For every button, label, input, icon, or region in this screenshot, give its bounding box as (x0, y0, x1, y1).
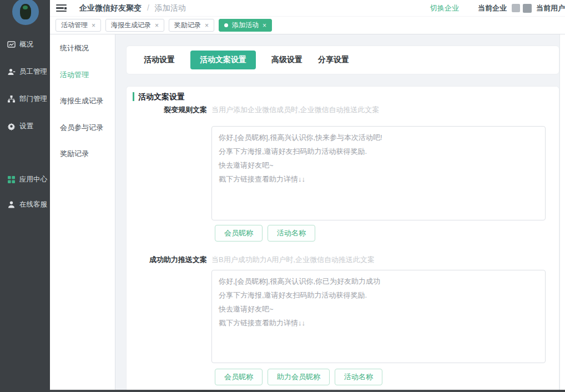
current-company-label: 当前企业 (478, 3, 507, 13)
gear-icon (7, 122, 16, 130)
company-logo-redacted (512, 4, 520, 12)
field-label-assist-success: 成功助力推送文案 (127, 255, 207, 265)
app-logo-avatar[interactable] (12, 0, 39, 25)
submenu-item-poster-records[interactable]: 海报生成记录 (60, 96, 103, 106)
sidebar-item-label: 员工管理 (19, 67, 47, 77)
cropped-window-edge (50, 390, 565, 392)
top-header: 企业微信好友聚变 / 添加活动 切换企业 当前企业 当前用户 (50, 0, 565, 17)
field-hint-fission-rule: 当用户添加企业微信成员时,企业微信自动推送此文案 (211, 105, 380, 115)
close-icon[interactable]: × (205, 22, 209, 29)
insert-variable-row-2: 会员昵称 助力会员昵称 活动名称 (215, 369, 387, 385)
breadcrumb-separator: / (147, 3, 149, 12)
page-tag-label: 活动管理 (61, 21, 88, 30)
user-avatar-redacted (523, 4, 532, 13)
close-icon[interactable]: × (92, 22, 95, 29)
apps-icon (7, 175, 16, 184)
breadcrumb: 企业微信好友聚变 / 添加活动 (79, 3, 186, 13)
submenu-item-statistics[interactable]: 统计概况 (60, 43, 89, 53)
insert-member-nickname-button[interactable]: 会员昵称 (215, 369, 263, 385)
sidebar-item-settings[interactable]: 设置 (0, 120, 50, 132)
page-tag-reward-records[interactable]: 奖励记录 × (169, 19, 214, 32)
sidebar-item-app-center[interactable]: 应用中心 (0, 174, 50, 185)
switch-company-link[interactable]: 切换企业 (430, 3, 459, 13)
copywriting-form-card: 活动文案设置 裂变规则文案 当用户添加企业微信成员时,企业微信自动推送此文案 你… (126, 86, 559, 392)
sidebar-item-overview[interactable]: 概况 (0, 39, 50, 50)
department-icon (7, 95, 16, 103)
section-accent-bar (133, 92, 134, 101)
submenu-item-activity-management[interactable]: 活动管理 (60, 70, 89, 80)
field-label-fission-rule: 裂变规则文案 (127, 105, 207, 115)
field-hint-assist-success: 当B用户成功助力A用户时,企业微信自动推送此文案 (211, 255, 375, 265)
insert-variable-row-1: 会员昵称 活动名称 (215, 225, 320, 242)
sidebar-item-online-support[interactable]: 在线客服 (0, 199, 50, 210)
insert-activity-name-button[interactable]: 活动名称 (335, 369, 382, 385)
app-window: 概况 员工管理 部门管理 设置 应用中心 (0, 0, 565, 392)
insert-activity-name-button[interactable]: 活动名称 (268, 225, 315, 242)
sidebar-item-label: 应用中心 (19, 175, 47, 184)
insert-member-nickname-button[interactable]: 会员昵称 (215, 225, 263, 242)
page-tag-add-activity[interactable]: 添加活动 × (219, 19, 272, 32)
sidebar-item-label: 概况 (19, 40, 33, 49)
main-content: 活动设置 活动文案设置 高级设置 分享设置 活动文案设置 裂变规则文案 当用户添… (115, 34, 565, 392)
tab-activity-settings[interactable]: 活动设置 (144, 55, 175, 65)
section-title: 活动文案设置 (138, 92, 185, 102)
employee-icon (7, 68, 16, 76)
close-icon[interactable]: × (155, 22, 159, 29)
breadcrumb-current: 添加活动 (155, 3, 186, 12)
breadcrumb-root[interactable]: 企业微信好友聚变 (79, 3, 142, 12)
dashboard-icon (7, 41, 16, 49)
collapse-menu-icon[interactable] (56, 4, 67, 12)
settings-tabs-card: 活动设置 活动文案设置 高级设置 分享设置 (126, 46, 559, 74)
sidebar-item-departments[interactable]: 部门管理 (0, 93, 50, 104)
active-tab-dot (224, 23, 228, 27)
page-tag-label: 奖励记录 (174, 21, 201, 30)
support-icon (7, 200, 16, 209)
header-actions: 切换企业 当前企业 当前用户 (430, 3, 565, 13)
page-tag-label: 添加活动 (232, 21, 259, 30)
sidebar-item-label: 部门管理 (19, 94, 47, 104)
close-icon[interactable]: × (263, 22, 266, 29)
assist-success-textarea[interactable]: 你好,[会员昵称],很高兴认识你,你已为好友助力成功 分享下方海报,邀请好友扫码… (211, 270, 546, 363)
insert-assist-member-nickname-button[interactable]: 助力会员昵称 (268, 369, 330, 385)
scrollbar-track[interactable] (559, 34, 565, 392)
page-tag-poster-records[interactable]: 海报生成记录 × (105, 19, 164, 32)
page-tag-activity-management[interactable]: 活动管理 × (56, 19, 101, 32)
submenu-item-member-participation[interactable]: 会员参与记录 (60, 123, 103, 133)
submenu-item-reward-records[interactable]: 奖励记录 (60, 149, 89, 159)
tab-advanced-settings[interactable]: 高级设置 (271, 55, 302, 65)
current-user-label[interactable]: 当前用户 (536, 3, 565, 13)
opened-pages-tagbar: 活动管理 × 海报生成记录 × 奖励记录 × 添加活动 × (50, 17, 565, 34)
tab-share-settings[interactable]: 分享设置 (318, 55, 349, 65)
mascot-logo-image (20, 4, 31, 19)
main-sidebar: 概况 员工管理 部门管理 设置 应用中心 (0, 0, 50, 392)
fission-rule-textarea[interactable]: 你好,[会员昵称],很高兴认识你,快来参与本次活动吧! 分享下方海报,邀请好友扫… (211, 126, 546, 220)
page-tag-label: 海报生成记录 (111, 21, 151, 30)
sidebar-item-label: 设置 (19, 122, 33, 131)
sidebar-item-employees[interactable]: 员工管理 (0, 66, 50, 77)
sidebar-item-label: 在线客服 (19, 200, 47, 209)
secondary-sidebar: 统计概况 活动管理 海报生成记录 会员参与记录 奖励记录 (50, 34, 115, 392)
tab-copywriting-settings[interactable]: 活动文案设置 (190, 51, 256, 69)
